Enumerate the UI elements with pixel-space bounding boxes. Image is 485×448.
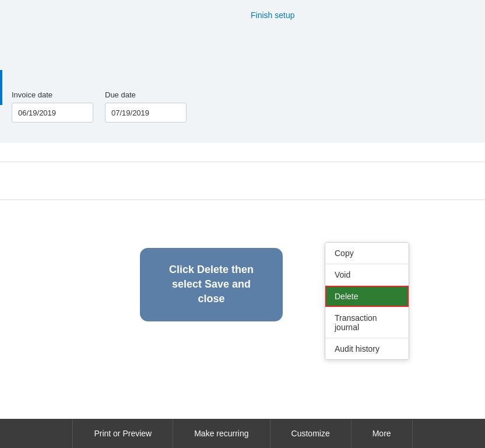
toolbar-make-recurring[interactable]: Make recurring — [173, 419, 270, 448]
toolbar-more[interactable]: More — [352, 419, 413, 448]
left-accent — [0, 70, 2, 105]
dropdown-item-audit-history[interactable]: Audit history — [325, 338, 409, 359]
toolbar-print-or-preview[interactable]: Print or Preview — [72, 419, 173, 448]
dropdown-item-copy[interactable]: Copy — [325, 243, 409, 264]
invoice-date-label: Invoice date — [12, 90, 93, 99]
callout-bubble: Click Delete then select Save and close — [140, 248, 283, 321]
invoice-date-group: Invoice date — [12, 90, 93, 123]
divider-top — [0, 162, 485, 162]
dropdown-item-delete[interactable]: Delete — [325, 286, 409, 307]
callout-text: Click Delete then select Save and close — [169, 264, 254, 304]
main-content: Click Delete then select Save and close … — [0, 219, 485, 375]
dropdown-item-void[interactable]: Void — [325, 264, 409, 285]
bottom-toolbar: Print or Preview Make recurring Customiz… — [0, 419, 485, 448]
due-date-input[interactable] — [105, 103, 187, 123]
divider-bottom — [0, 200, 485, 200]
dropdown-menu: Copy Void Delete Transaction journal Aud… — [325, 242, 409, 360]
invoice-date-input[interactable] — [12, 103, 93, 123]
top-section: Finish setup Invoice date Due date — [0, 0, 485, 143]
dropdown-item-transaction-journal[interactable]: Transaction journal — [325, 307, 409, 338]
finish-setup-link[interactable]: Finish setup — [251, 10, 294, 20]
form-row: Invoice date Due date — [12, 90, 187, 123]
toolbar-customize[interactable]: Customize — [270, 419, 352, 448]
due-date-label: Due date — [105, 90, 187, 99]
due-date-group: Due date — [105, 90, 187, 123]
middle-section — [0, 143, 485, 219]
